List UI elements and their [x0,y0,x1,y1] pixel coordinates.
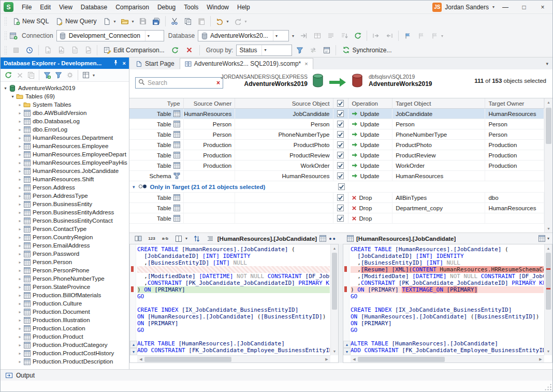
tree-item[interactable]: ▸Production.Product [1,332,129,341]
grid-header-target-object[interactable]: Target Object [392,98,485,108]
toolbar-drag-handle[interactable] [4,17,7,26]
tree-item[interactable]: ▸HumanResources.EmployeeDepart [1,150,129,158]
scrollbar-thumb[interactable] [546,253,551,310]
row-checkbox[interactable] [333,140,349,150]
grid-row[interactable]: TableProductionProductPhotoUpdateProduct… [129,140,544,150]
grid-row[interactable]: TableProductionWorkOrderUpdateWorkOrderP… [129,161,544,171]
tree-item[interactable]: ▸Production.Illustration [1,316,129,324]
user-dropdown-icon[interactable]: ▾ [492,5,494,9]
grid-row[interactable]: TablePersonPersonUpdatePersonPerson [129,119,544,129]
funnel-button[interactable] [53,69,64,81]
tree-item[interactable]: ▸dbo.DatabaseLog [1,117,129,125]
refresh-button[interactable] [351,30,365,41]
row-checkbox[interactable] [333,203,349,213]
scroll-down-icon[interactable]: ▼ [545,347,552,355]
tree-item[interactable]: ▸Person.EmailAddress [1,241,129,250]
row-checkbox[interactable] [333,161,349,170]
collapsed-arrow-icon[interactable]: ▸ [17,111,23,115]
grid-header-checkbox[interactable] [333,98,349,108]
collapsed-arrow-icon[interactable]: ▸ [17,227,23,231]
tab-schema-comparison[interactable]: AdventureWorks2... SQL2019).scomp* × [180,58,313,69]
tree-item[interactable]: ▸HumanResources.EmployeePayHis [1,158,129,167]
collapsed-arrow-icon[interactable]: ▸ [17,136,23,140]
search-input[interactable]: Search × [135,77,223,89]
toolbar-drag-handle[interactable] [4,31,7,40]
synchronize-button[interactable]: Synchronize... [339,45,394,56]
tree-item[interactable]: ▸Person.Person [1,258,129,266]
new-document-button[interactable]: ▾ [100,16,118,27]
num123-button[interactable]: 123 [145,233,158,244]
sync-scroll-button[interactable] [190,233,203,244]
row-checkbox[interactable] [333,119,349,129]
both-panes-toggle-icon[interactable]: ●● [329,236,337,241]
grid-vertical-scrollbar[interactable]: ▲ ▼ [544,98,552,233]
collapsed-arrow-icon[interactable]: ▸ [17,359,23,364]
funnel-plus-button[interactable] [41,69,53,81]
new-sql-button[interactable]: New SQL [9,16,51,27]
tree-item[interactable]: ▸Production.ProductCostHistory [1,349,129,357]
tree-item[interactable]: ▸HumanResources.Department [1,134,129,142]
collapsed-arrow-icon[interactable]: ▸ [17,127,23,132]
collapsed-arrow-icon[interactable]: ▸ [17,335,23,339]
menu-comparison[interactable]: Comparison [111,1,153,14]
menu-window[interactable]: Window [202,1,233,14]
collapsed-arrow-icon[interactable]: ▸ [17,318,23,323]
row-checkbox[interactable] [333,193,349,202]
scroll-up-icon[interactable]: ▲ [331,244,338,252]
connection-combobox[interactable]: Development_Connection ▾ [56,30,164,41]
menu-debug[interactable]: Debug [153,1,180,14]
toolbar-drag-handle[interactable] [4,46,7,55]
table-add-icon[interactable] [9,32,18,40]
grid-opts-button[interactable]: ▾ [80,69,96,81]
resize-grip[interactable] [544,383,551,390]
scrollbar-thumb[interactable] [332,253,337,310]
collapsed-arrow-icon[interactable]: ▸ [17,210,23,215]
grid-row[interactable]: TableHumanResourcesJobCandidateUpdateJob… [129,109,544,119]
output-panel-bar[interactable]: Output [1,369,552,381]
scroll-right-icon[interactable]: ▶ [537,357,544,361]
history-button[interactable] [23,45,36,56]
grid-group-row[interactable]: ▾Only in Target (21 of 21 objects select… [129,181,544,193]
undo-button[interactable]: ▾ [213,16,231,27]
tree-item[interactable]: ▸Person.Address [1,183,129,192]
previous-difference-button[interactable]: ▲ [130,341,137,348]
grid-row[interactable]: TableDropDepartment_copyHumanResources [129,203,544,213]
edit-comparison-button[interactable]: Edit Comparison... [100,45,167,56]
collapsed-arrow-icon[interactable]: ▸ [17,185,23,190]
scroll-right-icon[interactable]: ▶ [323,357,330,361]
collapsed-arrow-icon[interactable]: ▸ [17,152,23,157]
row-checkbox[interactable] [333,109,349,119]
view-options-icon[interactable] [539,235,545,242]
collapsed-arrow-icon[interactable]: ▸ [17,277,23,281]
refresh-button[interactable] [3,69,14,81]
tree-item[interactable]: ▸Person.CountryRegion [1,233,129,241]
menu-database[interactable]: Database [77,1,111,14]
grid-row[interactable]: TableProductionProductReviewUpdateProduc… [129,150,544,161]
grid-row[interactable]: TableDrop [129,213,544,224]
collapsed-arrow-icon[interactable]: ▸ [17,285,23,289]
grid-header-target-owner[interactable]: Target Owner [485,98,544,108]
tab-start-page[interactable]: Start Page [130,58,180,69]
auto-hide-pin-icon[interactable] [113,60,119,67]
tree-item[interactable]: ▸Person.StateProvince [1,283,129,291]
tree-item[interactable]: ▸Person.BusinessEntity [1,200,129,208]
grid-row[interactable]: TablePersonPhoneNumberTypeUpdatePhoneNum… [129,129,544,140]
tree-item[interactable]: ▸Production.Culture [1,299,129,308]
right-horizontal-scrollbar[interactable]: ◀ ▶ [351,355,544,362]
minimize-button[interactable]: — [498,1,513,14]
collapsed-arrow-icon[interactable]: ▸ [17,235,23,240]
menu-view[interactable]: View [55,1,77,14]
tree-item[interactable]: ▸System Tables [1,100,129,109]
collapsed-arrow-icon[interactable]: ▸ [17,144,23,149]
bookmark-button[interactable] [401,30,414,41]
close-button[interactable]: × [535,1,550,14]
tree-item[interactable]: ▸Production.Location [1,324,129,332]
new-query-button[interactable]: New Query [52,16,99,27]
tree-item[interactable]: ▸Person.BusinessEntityContact [1,216,129,225]
collapsed-arrow-icon[interactable]: ▸ [17,177,23,182]
tree-item[interactable]: ▸Person.Password [1,250,129,258]
group-collapse-icon[interactable]: ▾ [133,184,135,190]
compare-settings-button[interactable] [132,233,145,244]
outline-button[interactable] [203,233,217,244]
scroll-down-icon[interactable]: ▼ [545,225,552,233]
